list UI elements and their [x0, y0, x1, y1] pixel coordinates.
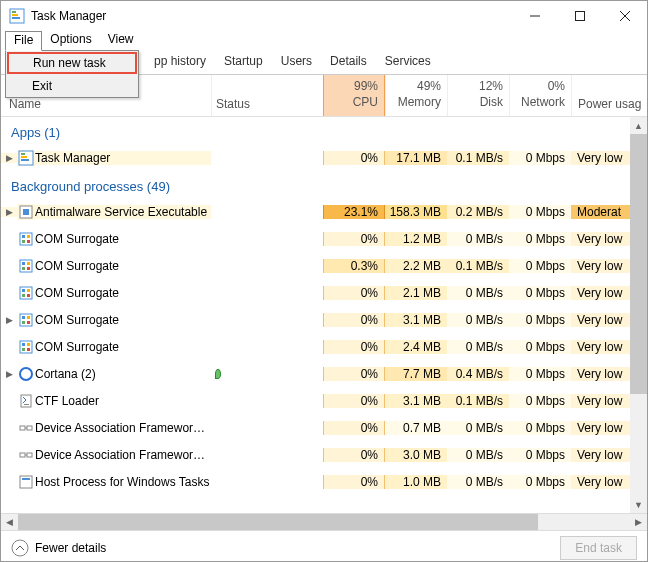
disk-cell: 0 MB/s	[447, 232, 509, 246]
svg-rect-14	[22, 235, 25, 238]
memory-cell: 1.0 MB	[385, 475, 447, 489]
col-power[interactable]: Power usag	[571, 75, 647, 116]
col-memory[interactable]: 49%Memory	[385, 75, 447, 116]
process-name: Task Manager	[35, 151, 211, 165]
process-name: CTF Loader	[35, 394, 211, 408]
cpu-cell: 0%	[323, 475, 385, 489]
expand-toggle[interactable]: ▶	[1, 369, 17, 379]
end-task-button[interactable]: End task	[560, 536, 637, 560]
cpu-cell: 0%	[323, 394, 385, 408]
svg-rect-27	[27, 294, 30, 297]
process-row[interactable]: Device Association Framework ... 0% 0.7 …	[1, 414, 647, 441]
disk-cell: 0.2 MB/s	[447, 205, 509, 219]
process-row[interactable]: Host Process for Windows Tasks 0% 1.0 MB…	[1, 468, 647, 495]
memory-cell: 2.2 MB	[385, 259, 447, 273]
group-header-bg[interactable]: Background processes (49)	[1, 171, 647, 198]
process-row[interactable]: ▶ COM Surrogate 0% 3.1 MB 0 MB/s 0 Mbps …	[1, 306, 647, 333]
fewer-details-button[interactable]: Fewer details	[11, 539, 106, 557]
close-button[interactable]	[602, 1, 647, 31]
svg-rect-32	[27, 321, 30, 324]
disk-pct: 12%	[448, 79, 503, 93]
tab-app-history[interactable]: pp history	[145, 51, 215, 74]
tab-details[interactable]: Details	[321, 51, 376, 74]
process-row[interactable]: COM Surrogate 0% 2.4 MB 0 MB/s 0 Mbps Ve…	[1, 333, 647, 360]
process-row[interactable]: CTF Loader 0% 3.1 MB 0.1 MB/s 0 Mbps Ver…	[1, 387, 647, 414]
net-label: Network	[521, 95, 565, 109]
cpu-cell: 0%	[323, 232, 385, 246]
expand-toggle[interactable]: ▶	[1, 207, 17, 217]
expand-toggle[interactable]: ▶	[1, 153, 17, 163]
scroll-left-arrow[interactable]: ◀	[1, 514, 18, 530]
process-icon	[17, 474, 35, 490]
disk-cell: 0 MB/s	[447, 421, 509, 435]
vertical-scrollbar[interactable]: ▲ ▼	[630, 117, 647, 513]
expand-toggle[interactable]: ▶	[1, 315, 17, 325]
svg-rect-41	[20, 426, 25, 430]
process-icon	[17, 258, 35, 274]
process-row[interactable]: Device Association Framework ... 0% 3.0 …	[1, 441, 647, 468]
col-cpu[interactable]: 99%CPU	[323, 75, 385, 116]
svg-rect-20	[27, 262, 30, 265]
process-icon	[17, 393, 35, 409]
network-cell: 0 Mbps	[509, 421, 571, 435]
process-row[interactable]: COM Surrogate 0.3% 2.2 MB 0.1 MB/s 0 Mbp…	[1, 252, 647, 279]
svg-rect-1	[12, 11, 16, 13]
hscroll-thumb[interactable]	[18, 514, 538, 530]
process-icon	[17, 420, 35, 436]
process-row[interactable]: COM Surrogate 0% 2.1 MB 0 MB/s 0 Mbps Ve…	[1, 279, 647, 306]
svg-rect-15	[27, 235, 30, 238]
memory-cell: 0.7 MB	[385, 421, 447, 435]
cpu-cell: 0%	[323, 421, 385, 435]
network-cell: 0 Mbps	[509, 367, 571, 381]
svg-rect-28	[20, 314, 32, 326]
col-status[interactable]: Status	[211, 75, 323, 116]
disk-cell: 0 MB/s	[447, 286, 509, 300]
scroll-down-arrow[interactable]: ▼	[630, 496, 647, 513]
footer: Fewer details End task	[1, 530, 647, 562]
process-row[interactable]: ▶ Antimalware Service Executable 23.1% 1…	[1, 198, 647, 225]
process-row[interactable]: ▶ Cortana (2) 0% 7.7 MB 0.4 MB/s 0 Mbps …	[1, 360, 647, 387]
cpu-cell: 0.3%	[323, 259, 385, 273]
titlebar: Task Manager	[1, 1, 647, 31]
svg-rect-44	[20, 453, 25, 457]
process-icon	[17, 339, 35, 355]
col-disk[interactable]: 12%Disk	[447, 75, 509, 116]
process-row[interactable]: COM Surrogate 0% 1.2 MB 0 MB/s 0 Mbps Ve…	[1, 225, 647, 252]
process-row[interactable]: ▶ Task Manager 0% 17.1 MB 0.1 MB/s 0 Mbp…	[1, 144, 647, 171]
memory-cell: 2.1 MB	[385, 286, 447, 300]
tab-services[interactable]: Services	[376, 51, 440, 74]
process-name: Device Association Framework ...	[35, 421, 211, 435]
disk-cell: 0 MB/s	[447, 313, 509, 327]
menu-view[interactable]: View	[100, 31, 142, 51]
network-cell: 0 Mbps	[509, 232, 571, 246]
disk-cell: 0 MB/s	[447, 340, 509, 354]
tab-startup[interactable]: Startup	[215, 51, 272, 74]
mem-pct: 49%	[386, 79, 441, 93]
svg-point-49	[12, 540, 28, 556]
scroll-thumb[interactable]	[630, 134, 647, 394]
process-name: COM Surrogate	[35, 259, 211, 273]
scroll-right-arrow[interactable]: ▶	[630, 514, 647, 530]
svg-rect-21	[22, 267, 25, 270]
svg-rect-45	[27, 453, 32, 457]
minimize-button[interactable]	[512, 1, 557, 31]
scroll-up-arrow[interactable]: ▲	[630, 117, 647, 134]
col-network[interactable]: 0%Network	[509, 75, 571, 116]
cpu-cell: 0%	[323, 286, 385, 300]
menu-file[interactable]: File	[5, 31, 42, 51]
process-name: Host Process for Windows Tasks	[35, 475, 211, 489]
disk-cell: 0 MB/s	[447, 475, 509, 489]
menu-options[interactable]: Options	[42, 31, 99, 51]
menu-exit[interactable]: Exit	[6, 75, 138, 97]
cpu-cell: 0%	[323, 367, 385, 381]
svg-rect-9	[21, 153, 25, 155]
maximize-button[interactable]	[557, 1, 602, 31]
tab-users[interactable]: Users	[272, 51, 321, 74]
menu-run-new-task[interactable]: Run new task	[7, 52, 137, 74]
svg-rect-30	[27, 316, 30, 319]
svg-rect-47	[20, 476, 32, 488]
app-icon	[9, 8, 25, 24]
group-header-apps[interactable]: Apps (1)	[1, 117, 647, 144]
process-icon	[17, 231, 35, 247]
horizontal-scrollbar[interactable]: ◀ ▶	[1, 513, 647, 530]
